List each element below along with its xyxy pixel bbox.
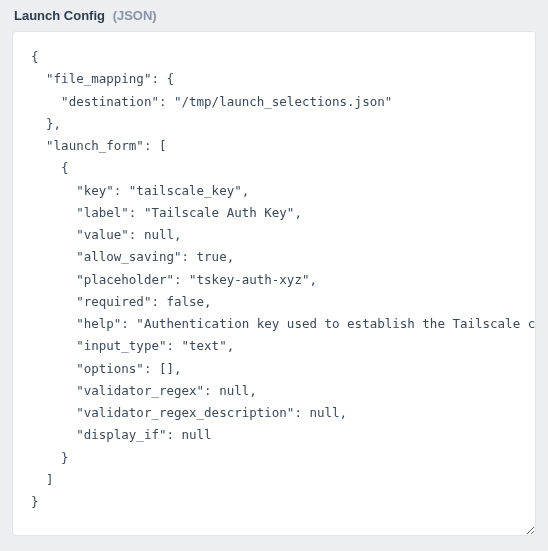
config-json-content: { "file_mapping": { "destination": "/tmp… (31, 46, 517, 513)
section-subtitle: (JSON) (113, 8, 157, 23)
section-title: Launch Config (14, 8, 105, 23)
section-header: Launch Config (JSON) (12, 8, 536, 23)
config-textarea[interactable]: { "file_mapping": { "destination": "/tmp… (12, 31, 536, 536)
